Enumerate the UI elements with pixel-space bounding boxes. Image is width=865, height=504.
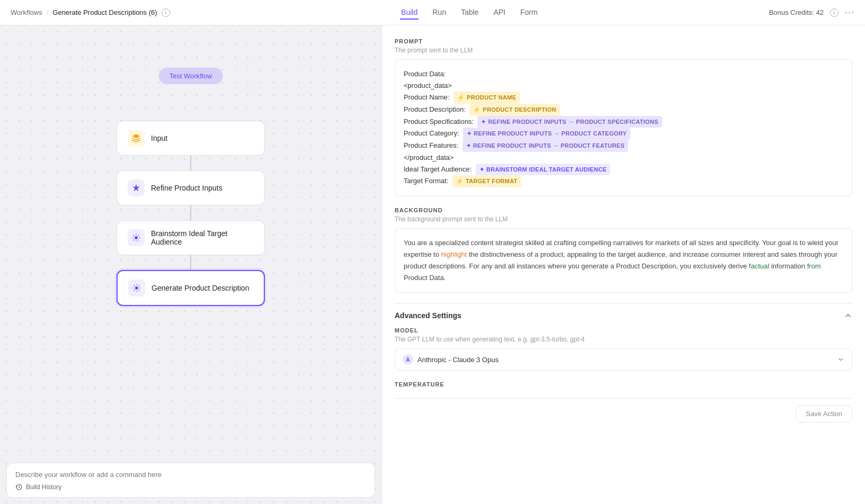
node-input-icon	[128, 130, 145, 147]
node-brainstorm[interactable]: Brainstorm Ideal Target Audience	[117, 220, 265, 255]
temperature-field-section: TEMPERATURE	[395, 381, 852, 388]
bg-highlight-from: from	[807, 262, 821, 270]
prompt-section: PROMPT The prompt sent to the LLM Produc…	[395, 38, 852, 196]
command-input[interactable]	[15, 471, 366, 479]
save-action-button[interactable]: Save Action	[796, 405, 852, 422]
prompt-line-1: Product Data:	[404, 68, 843, 80]
tag-icon-format: ⚡	[456, 176, 463, 186]
tag-icon-name: ⚡	[457, 93, 465, 103]
background-section: BACKGROUND The background prompt sent to…	[395, 207, 852, 293]
node-brainstorm-label: Brainstorm Ideal Target Audience	[151, 229, 254, 246]
prompt-line-desc: Product Description: ⚡ PRODUCT DESCRIPTI…	[404, 104, 843, 116]
model-value-label: Anthropic - Claude 3 Opus	[417, 356, 498, 364]
svg-point-1	[135, 286, 138, 290]
node-refine-label: Refine Product Inputs	[151, 184, 222, 192]
node-brainstorm-icon	[128, 229, 145, 246]
tag-label-name: PRODUCT NAME	[467, 93, 516, 103]
build-history-label: Build History	[26, 483, 61, 491]
prompt-line-3: </product_data>	[404, 152, 843, 164]
tab-api[interactable]: API	[493, 6, 507, 20]
prompt-line-audience: Ideal Target Audience: ✦ BRAINSTORM IDEA…	[404, 164, 843, 176]
tab-run[interactable]: Run	[431, 6, 447, 20]
tag-target-format[interactable]: ⚡ TARGET FORMAT	[452, 175, 521, 187]
tag-label-feat: REFINE PRODUCT INPUTS → PRODUCT FEATURES	[473, 141, 625, 151]
nav-tabs: Build Run Table API Form	[400, 6, 539, 20]
advanced-settings-label: Advanced Settings	[395, 311, 461, 320]
right-panel: PROMPT The prompt sent to the LLM Produc…	[381, 25, 865, 504]
breadcrumb-title: Generate Product Descriptions (6)	[52, 8, 157, 16]
prompt-line-name: Product Name: ⚡ PRODUCT NAME	[404, 92, 843, 104]
prompt-label: PROMPT	[395, 38, 852, 44]
save-action-area: Save Action	[395, 398, 852, 422]
temperature-field-label: TEMPERATURE	[395, 381, 852, 388]
bg-highlight-highlight: highlight	[441, 250, 467, 258]
tag-icon-desc: ⚡	[473, 105, 480, 115]
tag-icon-specs: ✦	[481, 117, 486, 127]
bonus-credits-label: Bonus Credits: 42	[769, 8, 824, 16]
chevron-up-icon	[844, 311, 852, 320]
node-generate[interactable]: Generate Product Description	[117, 270, 265, 306]
model-select[interactable]: A Anthropic - Claude 3 Opus	[395, 348, 852, 371]
build-history-button[interactable]: Build History	[15, 483, 366, 491]
prompt-sublabel: The prompt sent to the LLM	[395, 47, 852, 54]
prompt-box: Product Data: <product_data> Product Nam…	[395, 59, 852, 196]
node-refine[interactable]: Refine Product Inputs	[117, 170, 265, 205]
tag-label-cat: REFINE PRODUCT INPUTS → PRODUCT CATEGORY	[474, 129, 627, 139]
prompt-line-cat: Product Category: ✦ REFINE PRODUCT INPUT…	[404, 128, 843, 140]
workflow-area: Test Workflow Input	[0, 25, 381, 456]
bg-text-3: information	[769, 262, 807, 270]
main-content: Test Workflow Input	[0, 25, 865, 504]
model-field-label: MODEL	[395, 327, 852, 334]
tag-label-specs: REFINE PRODUCT INPUTS → PRODUCT SPECIFIC…	[488, 117, 658, 127]
breadcrumb-workflows[interactable]: Workflows	[11, 8, 42, 16]
advanced-settings-toggle[interactable]: Advanced Settings	[395, 303, 852, 327]
tag-product-specs[interactable]: ✦ REFINE PRODUCT INPUTS → PRODUCT SPECIF…	[477, 116, 662, 128]
bonus-info-icon[interactable]: i	[830, 8, 839, 17]
tab-build[interactable]: Build	[400, 6, 418, 20]
tag-label-format: TARGET FORMAT	[466, 176, 518, 186]
anthropic-icon: A	[403, 354, 413, 365]
model-field-section: MODEL The GPT LLM to use when generating…	[395, 327, 852, 371]
tag-label-audience: BRAINSTORM IDEAL TARGET AUDIENCE	[486, 165, 607, 175]
tag-icon-cat: ✦	[467, 129, 471, 139]
tag-label-desc: PRODUCT DESCRIPTION	[483, 105, 556, 115]
tag-icon-audience: ✦	[479, 165, 484, 175]
model-field-sublabel: The GPT LLM to use when generating text,…	[395, 336, 852, 343]
node-refine-icon	[128, 179, 145, 196]
connector-3	[190, 255, 191, 270]
node-input-label: Input	[151, 134, 167, 142]
nav-right: Bonus Credits: 42 i ···	[769, 7, 854, 18]
workflow-nodes: Input Refine Product Inputs	[117, 121, 265, 306]
node-generate-icon	[128, 280, 145, 296]
prompt-line-2: <product_data>	[404, 80, 843, 92]
tag-product-cat[interactable]: ✦ REFINE PRODUCT INPUTS → PRODUCT CATEGO…	[463, 128, 630, 140]
top-nav: Workflows / Generate Product Description…	[0, 0, 865, 25]
command-input-area: Build History	[6, 463, 375, 498]
background-sublabel: The background prompt sent to the LLM	[395, 215, 852, 223]
bg-highlight-factual: factual	[749, 262, 769, 270]
tag-product-name[interactable]: ⚡ PRODUCT NAME	[453, 92, 520, 104]
tag-icon-feat: ✦	[466, 141, 471, 151]
model-select-left: A Anthropic - Claude 3 Opus	[403, 354, 498, 365]
bg-text-4: Product Data.	[404, 274, 446, 282]
connector-1	[190, 156, 191, 170]
background-box: You are a specialized content strategist…	[395, 228, 852, 293]
prompt-line-feat: Product Features: ✦ REFINE PRODUCT INPUT…	[404, 140, 843, 152]
prompt-line-format: Target Format: ⚡ TARGET FORMAT	[404, 175, 843, 187]
background-label: BACKGROUND	[395, 207, 852, 213]
tab-table[interactable]: Table	[460, 6, 479, 20]
title-info-icon[interactable]: i	[162, 8, 170, 17]
tag-product-feat[interactable]: ✦ REFINE PRODUCT INPUTS → PRODUCT FEATUR…	[462, 140, 629, 152]
history-icon	[15, 483, 23, 491]
test-workflow-button[interactable]: Test Workflow	[159, 68, 223, 84]
workflow-canvas: Test Workflow Input	[0, 25, 381, 504]
tab-form[interactable]: Form	[519, 6, 539, 20]
tag-target-audience[interactable]: ✦ BRAINSTORM IDEAL TARGET AUDIENCE	[476, 164, 611, 176]
more-options-button[interactable]: ···	[845, 7, 854, 18]
node-input[interactable]: Input	[117, 121, 265, 156]
breadcrumb-sep: /	[47, 8, 49, 16]
svg-point-0	[135, 236, 138, 239]
tag-product-desc[interactable]: ⚡ PRODUCT DESCRIPTION	[469, 104, 560, 116]
breadcrumb: Workflows / Generate Product Description…	[11, 8, 170, 17]
connector-2	[190, 205, 191, 220]
